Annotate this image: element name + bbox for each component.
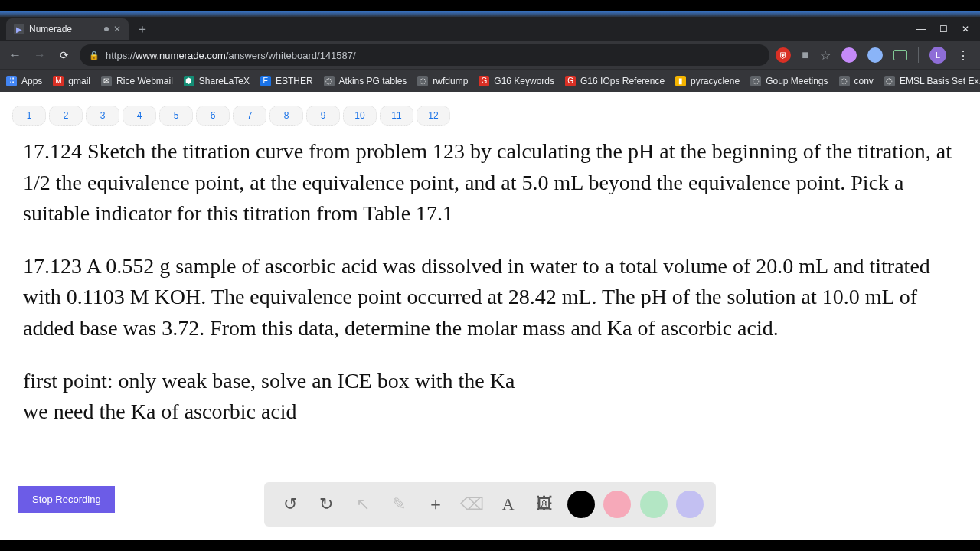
undo-button[interactable]: ↺	[276, 491, 304, 518]
problem-17-123: 17.123 A 0.552 g sample of ascorbic acid…	[23, 251, 969, 344]
video-icon[interactable]: ■	[802, 48, 809, 62]
bookmark-item[interactable]: ▮pyracyclene	[675, 76, 740, 86]
bookmark-item[interactable]: GG16 IOps Reference	[565, 76, 665, 86]
bookmark-icon: ⬢	[184, 76, 194, 86]
text-tool[interactable]: A	[495, 491, 522, 518]
extension-icon[interactable]: ⛨	[776, 47, 791, 63]
color-green[interactable]	[640, 491, 668, 518]
url-host: www.numerade.com	[136, 50, 226, 61]
bookmark-item[interactable]: ◌Goup Meetings	[750, 76, 828, 86]
new-tab-button[interactable]: ＋	[136, 21, 149, 37]
bookmark-icon: ⠿	[6, 76, 17, 86]
page-number[interactable]: 1	[12, 106, 46, 126]
color-pink[interactable]	[603, 491, 631, 518]
tab-unsaved-indicator	[104, 27, 109, 31]
bookmark-label: ESTHER	[276, 76, 313, 86]
bookmark-item[interactable]: ⠿Apps	[6, 76, 42, 86]
page-number[interactable]: 6	[196, 106, 230, 126]
color-black[interactable]	[567, 491, 595, 518]
color-purple[interactable]	[676, 491, 704, 518]
reload-button[interactable]: ⟳	[55, 49, 74, 61]
tab-favicon: ▶	[14, 24, 24, 34]
url-input[interactable]: 🔒 https://www.numerade.com/answers/white…	[80, 44, 769, 66]
add-tool[interactable]: ＋	[422, 491, 449, 518]
notes-block: first point: only weak base, solve an IC…	[23, 366, 969, 428]
bookmark-icon: ◌	[324, 76, 335, 86]
page-number[interactable]: 10	[343, 106, 377, 126]
page-number[interactable]: 3	[86, 106, 119, 126]
bookmark-icon: E	[260, 76, 271, 86]
page-number[interactable]: 8	[270, 106, 303, 126]
bookmark-label: Rice Webmail	[116, 76, 173, 86]
page-number[interactable]: 9	[306, 106, 340, 126]
bookmark-item[interactable]: ✉Rice Webmail	[101, 76, 173, 86]
profile-avatar[interactable]: L	[929, 47, 946, 64]
window-maximize-button[interactable]: ☐	[939, 24, 948, 34]
extension-avatar-1[interactable]	[841, 47, 857, 63]
bookmark-icon: ✉	[101, 76, 112, 86]
bookmark-icon: ◌	[750, 76, 761, 86]
eraser-tool[interactable]: ⌫	[458, 491, 485, 518]
bookmark-label: gmail	[68, 76, 90, 86]
bookmark-icon: ◌	[884, 76, 895, 86]
browser-menu-icon[interactable]: ⋮	[957, 48, 969, 63]
bookmark-icon: G	[479, 76, 489, 86]
redo-button[interactable]: ↻	[312, 491, 340, 518]
bookmark-label: Atkins PG tables	[339, 76, 407, 86]
bookmark-icon: G	[565, 76, 576, 86]
lock-icon: 🔒	[89, 51, 100, 60]
bookmark-item[interactable]: ◌Atkins PG tables	[324, 76, 407, 86]
url-scheme: https://	[106, 50, 136, 61]
cast-icon[interactable]	[893, 50, 907, 60]
image-tool[interactable]: 🖼	[531, 491, 558, 518]
page-number-strip: 123456789101112	[0, 92, 980, 129]
bookmark-label: Apps	[21, 76, 42, 86]
bookmark-item[interactable]: EESTHER	[260, 76, 313, 86]
page-number[interactable]: 7	[233, 106, 266, 126]
bookmark-item[interactable]: Mgmail	[53, 76, 90, 86]
pen-tool[interactable]: ✎	[385, 491, 413, 518]
bookmark-label: G16 Keywords	[494, 76, 554, 86]
tab-bar: ▶ Numerade ✕ ＋ — ☐ ✕	[0, 17, 980, 41]
window-close-button[interactable]: ✕	[962, 24, 969, 34]
tab-title: Numerade	[29, 24, 72, 34]
back-button[interactable]: ←	[6, 48, 24, 62]
extension-avatar-2[interactable]	[867, 47, 883, 63]
bookmark-icon: M	[53, 76, 64, 86]
bookmark-item[interactable]: ◌EMSL Basis Set Ex...	[884, 76, 980, 86]
page-number[interactable]: 12	[416, 106, 450, 126]
pointer-tool[interactable]: ↖	[349, 491, 377, 518]
bookmark-item[interactable]: ⬢ShareLaTeX	[184, 76, 250, 86]
whiteboard-toolbar: ↺ ↻ ↖ ✎ ＋ ⌫ A 🖼	[264, 482, 716, 527]
bookmark-item[interactable]: GG16 Keywords	[479, 76, 554, 86]
address-bar: ← → ⟳ 🔒 https://www.numerade.com/answers…	[0, 41, 980, 69]
bookmark-item[interactable]: ◌rwfdump	[417, 76, 468, 86]
bookmark-label: conv	[854, 76, 874, 86]
stop-recording-button[interactable]: Stop Recording	[18, 486, 115, 513]
page-number[interactable]: 11	[380, 106, 413, 126]
bookmark-label: EMSL Basis Set Ex...	[900, 76, 980, 86]
browser-tab[interactable]: ▶ Numerade ✕	[6, 18, 129, 40]
bookmark-label: Goup Meetings	[766, 76, 828, 86]
bookmarks-bar: ⠿AppsMgmail✉Rice Webmail⬢ShareLaTeXEESTH…	[0, 69, 980, 92]
problem-17-124: 17.124 Sketch the titration curve from p…	[23, 136, 969, 230]
bookmark-label: rwfdump	[433, 76, 468, 86]
bookmark-label: pyracyclene	[691, 76, 740, 86]
page-number[interactable]: 4	[122, 106, 156, 126]
bookmark-icon: ◌	[417, 76, 428, 86]
close-tab-icon[interactable]: ✕	[113, 24, 121, 34]
bookmark-icon: ▮	[675, 76, 686, 86]
bookmark-label: G16 IOps Reference	[580, 76, 665, 86]
bookmark-star-icon[interactable]: ☆	[820, 48, 831, 63]
window-minimize-button[interactable]: —	[916, 24, 926, 34]
url-path: /answers/whiteboard/141587/	[226, 50, 356, 61]
bookmark-icon: ◌	[839, 76, 850, 86]
page-content: 123456789101112 17.124 Sketch the titrat…	[0, 92, 980, 540]
forward-button[interactable]: →	[31, 48, 49, 62]
page-number[interactable]: 5	[159, 106, 193, 126]
bookmark-item[interactable]: ◌conv	[839, 76, 874, 86]
page-number[interactable]: 2	[49, 106, 83, 126]
bookmark-label: ShareLaTeX	[199, 76, 250, 86]
